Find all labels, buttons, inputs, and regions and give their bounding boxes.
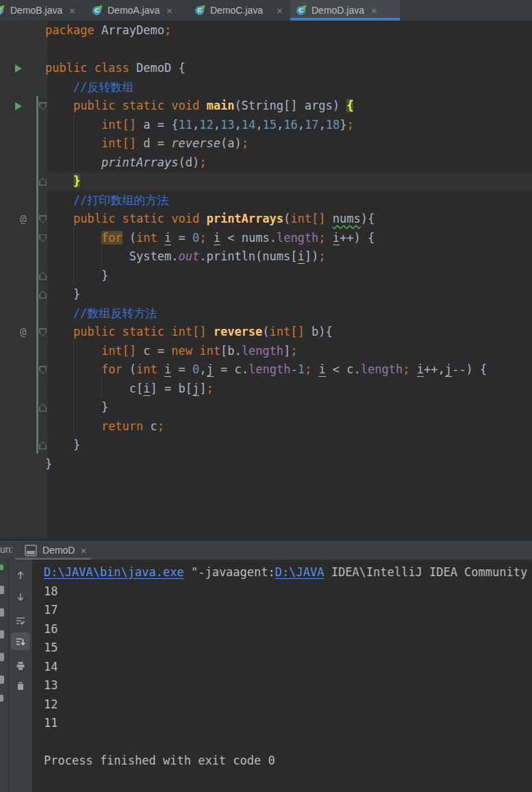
code-token: ; xyxy=(199,231,206,245)
code-token: --) { xyxy=(452,362,487,376)
run-gutter-icon[interactable] xyxy=(15,102,22,110)
console-text: 12 xyxy=(44,697,58,711)
code-line[interactable]: System.out.println(nums[i]); xyxy=(0,247,532,267)
code-text: //数组反转方法 xyxy=(45,304,157,323)
code-line[interactable]: int[] d = reverse(a); xyxy=(0,134,532,153)
code-token: } xyxy=(45,400,108,414)
code-line[interactable] xyxy=(0,40,532,60)
console-text: 15 xyxy=(44,641,58,654)
run-gutter-icon[interactable] xyxy=(15,64,22,73)
run-tab-demod[interactable]: DemoD × xyxy=(25,541,86,560)
run-panel-header: un: DemoD × xyxy=(0,541,532,560)
code-token: < c. xyxy=(326,362,361,376)
console-text: 17 xyxy=(44,603,58,617)
code-token: 1 xyxy=(298,362,305,376)
code-line[interactable]: } xyxy=(0,436,532,455)
tab-demoa[interactable]: C DemoA.java × xyxy=(81,0,176,21)
tab-demob[interactable]: C DemoB.java × xyxy=(0,0,81,21)
code-token xyxy=(45,249,129,263)
soft-wrap-icon[interactable] xyxy=(15,615,26,626)
close-tab-icon[interactable]: × xyxy=(371,5,377,16)
code-token: package xyxy=(45,23,101,37)
down-arrow-icon[interactable] xyxy=(15,591,26,602)
close-tab-icon[interactable]: × xyxy=(69,5,75,16)
code-token: (a) xyxy=(220,136,242,150)
code-line[interactable]: } xyxy=(0,398,532,417)
code-line[interactable]: //数组反转方法 xyxy=(0,304,532,323)
trash-icon[interactable] xyxy=(15,680,26,691)
code-token: , xyxy=(192,118,199,132)
tab-democ[interactable]: C DemoC.java × xyxy=(183,0,302,21)
tab-label: DemoC.java xyxy=(210,5,263,16)
code-line[interactable]: //打印数组的方法 xyxy=(0,191,532,210)
code-token xyxy=(45,325,73,338)
code-token: } xyxy=(73,174,80,188)
up-arrow-icon[interactable] xyxy=(15,570,26,581)
code-line[interactable]: public class DemoD { xyxy=(0,59,532,78)
code-token: int[] xyxy=(101,344,143,358)
code-text: int[] d = reverse(a); xyxy=(45,134,249,153)
close-run-tab-icon[interactable]: × xyxy=(80,545,86,556)
cropped-icon xyxy=(0,630,4,639)
console-line: 18 xyxy=(32,582,532,602)
console-link[interactable]: D:\JAVA xyxy=(275,565,325,579)
code-text: c[i] = b[j]; xyxy=(45,380,214,399)
code-text: } xyxy=(45,172,80,191)
code-token xyxy=(45,118,101,132)
run-panel-label: un: xyxy=(0,544,13,555)
code-line[interactable]: } xyxy=(0,285,532,304)
editor-lines: package ArrayDemo;public class DemoD { /… xyxy=(0,21,532,473)
close-tab-icon[interactable]: × xyxy=(277,5,283,16)
code-token: //打印数组的方法 xyxy=(73,193,168,207)
console-output: D:\JAVA\bin\java.exe "-javaagent:D:\JAVA… xyxy=(32,560,532,792)
code-token: ( xyxy=(262,325,269,338)
code-token: int xyxy=(199,344,220,358)
code-token: public static void xyxy=(73,99,206,112)
code-text: public static void printArrays(int[] num… xyxy=(45,210,375,229)
console-line: 14 xyxy=(32,658,532,677)
close-tab-icon[interactable]: × xyxy=(166,5,173,16)
run-panel-body: D:\JAVA\bin\java.exe "-javaagent:D:\JAVA… xyxy=(0,560,532,792)
code-line[interactable]: for (int i = 0,j = c.length-1; i < c.len… xyxy=(0,360,532,380)
code-text: //反转数组 xyxy=(45,78,134,97)
code-token xyxy=(45,136,101,150)
code-line[interactable]: //反转数组 xyxy=(0,78,532,97)
code-token: c = xyxy=(143,344,171,358)
code-token: int xyxy=(136,231,164,245)
scroll-to-end-icon[interactable] xyxy=(15,636,26,647)
code-token: reverse xyxy=(214,325,263,338)
tab-label: DemoB.java xyxy=(10,5,62,16)
code-token xyxy=(45,382,129,395)
code-line[interactable]: package ArrayDemo; xyxy=(0,21,532,40)
code-line[interactable]: } xyxy=(0,267,532,286)
code-line[interactable]: c[i] = b[j]; xyxy=(0,380,532,399)
code-token: - xyxy=(290,362,297,376)
code-line[interactable]: public static void main(String[] args) { xyxy=(0,97,532,116)
code-token xyxy=(45,306,73,320)
code-line[interactable]: } xyxy=(0,455,532,474)
code-line[interactable]: for (int i = 0; i < nums.length; i++) { xyxy=(0,229,532,248)
code-line[interactable]: @ public static int[] reverse(int[] b){ xyxy=(0,323,532,342)
code-line[interactable]: printArrays(d); xyxy=(0,153,532,173)
code-line[interactable]: int[] a = {11,12,13,14,15,16,17,18}; xyxy=(0,116,532,135)
code-token: d = xyxy=(143,136,171,150)
code-token: , xyxy=(234,118,241,132)
code-token: , xyxy=(318,118,325,132)
code-token: 16 xyxy=(283,118,297,132)
code-line[interactable]: @ public static void printArrays(int[] n… xyxy=(0,210,532,229)
tab-label: DemoD.java xyxy=(312,5,364,16)
code-line[interactable]: int[] c = new int[b.length]; xyxy=(0,342,532,361)
console-text: 13 xyxy=(44,678,58,692)
code-token: .println(nums[ xyxy=(199,249,297,263)
run-tab-label: DemoD xyxy=(42,545,75,556)
code-token: for xyxy=(101,231,123,245)
code-token: [b. xyxy=(220,344,242,358)
code-line[interactable]: return c; xyxy=(0,417,532,436)
console-link[interactable]: D:\JAVA\bin\java.exe xyxy=(44,565,184,579)
printer-icon[interactable] xyxy=(15,660,26,671)
code-token: ArrayDemo xyxy=(101,23,164,37)
cropped-icon xyxy=(0,608,4,617)
tab-demod-active[interactable]: C DemoD.java × xyxy=(290,0,400,21)
code-line[interactable]: } xyxy=(0,172,532,191)
code-token: i xyxy=(417,362,424,377)
